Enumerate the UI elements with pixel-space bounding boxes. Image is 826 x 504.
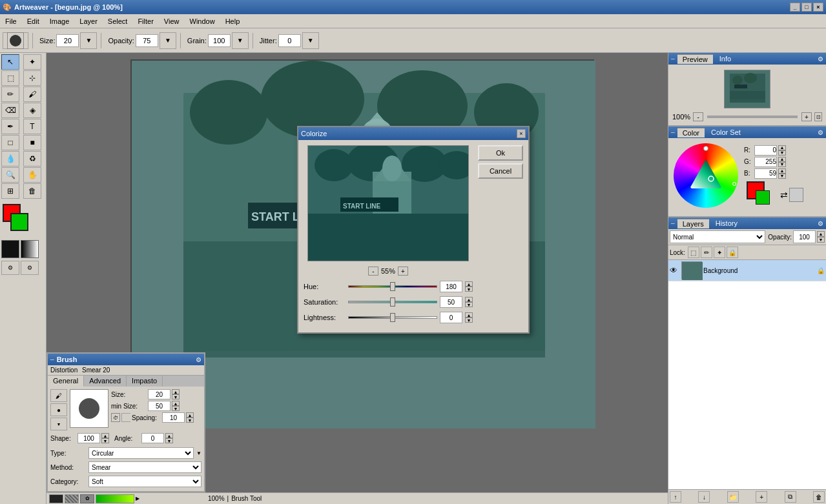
tab-history[interactable]: History	[710, 219, 743, 228]
saturation-up-button[interactable]: ▲	[465, 297, 473, 302]
minimize-button[interactable]: _	[790, 3, 800, 12]
jitter-dropdown-button[interactable]: ▼	[302, 32, 319, 49]
brush-pattern-2-button[interactable]	[65, 494, 79, 503]
size-down-button[interactable]: ▼	[172, 394, 180, 399]
tool-brush[interactable]: 🖌	[23, 86, 41, 102]
preview-panel-options-icon[interactable]: ⚙	[818, 55, 823, 63]
swap-colors-icon[interactable]: ⇄	[780, 190, 788, 200]
brush-type-btn-1[interactable]: 🖌	[50, 389, 67, 402]
size-up-button[interactable]: ▲	[172, 389, 180, 394]
lock-move-button[interactable]: ✦	[714, 247, 725, 258]
method-select[interactable]: Smear Normal Soft	[88, 461, 201, 473]
spacing-input[interactable]	[162, 412, 185, 423]
lightness-down-button[interactable]: ▼	[465, 318, 473, 323]
brush-type-dropdown[interactable]: ▼	[50, 418, 67, 430]
lightness-slider-container[interactable]	[348, 313, 437, 322]
gradient-button[interactable]	[21, 240, 39, 258]
tool-pen[interactable]: ✒	[1, 119, 19, 134]
opacity-up-button[interactable]: ▲	[817, 231, 825, 237]
copy-color-button[interactable]	[789, 188, 803, 202]
angle-down-button[interactable]: ▼	[165, 438, 173, 443]
color-panel-close-icon[interactable]: ─	[671, 130, 675, 136]
dialog-zoom-out-button[interactable]: -	[368, 267, 378, 276]
tool-transform[interactable]: ✦	[23, 54, 41, 70]
grain-input[interactable]	[208, 34, 231, 47]
shape-input[interactable]	[77, 433, 100, 443]
shape-up-button[interactable]: ▲	[101, 433, 109, 438]
tab-layers[interactable]: Layers	[677, 219, 709, 228]
brush-min-size-input[interactable]	[148, 401, 170, 411]
layer-duplicate-button[interactable]: ⧉	[785, 491, 796, 503]
hue-value-input[interactable]	[440, 281, 462, 292]
b-down-button[interactable]: ▼	[778, 174, 786, 179]
dialog-cancel-button[interactable]: Cancel	[478, 163, 523, 179]
menu-edit[interactable]: Edit	[22, 14, 45, 28]
size-dropdown-button[interactable]: ▼	[80, 32, 97, 49]
tool-zoom[interactable]: 🔍	[1, 167, 19, 183]
panel-close-icon[interactable]: ─	[671, 56, 675, 62]
spacing-down-button[interactable]: ▼	[186, 418, 194, 423]
tab-info[interactable]: Info	[714, 54, 736, 64]
shape-down-button[interactable]: ▼	[101, 438, 109, 443]
tab-color[interactable]: Color	[677, 128, 705, 137]
lightness-up-button[interactable]: ▲	[465, 312, 473, 318]
spacing-up-button[interactable]: ▲	[186, 412, 194, 418]
tool-text[interactable]: T	[23, 119, 41, 134]
tool-hand[interactable]: ✋	[23, 167, 41, 183]
saturation-value-input[interactable]	[440, 296, 462, 308]
tool-clone[interactable]: ♻	[23, 151, 41, 166]
tool-pencil[interactable]: ✏	[1, 86, 19, 102]
menu-filter[interactable]: Filter	[132, 14, 158, 28]
tool-bucket[interactable]: 🗑	[23, 183, 41, 199]
min-size-down-button[interactable]: ▼	[172, 406, 180, 411]
brush-gradient-display[interactable]	[96, 494, 134, 503]
angle-input[interactable]	[141, 433, 164, 443]
menu-file[interactable]: File	[0, 14, 22, 28]
saturation-slider-thumb[interactable]	[390, 297, 395, 307]
layer-next-button[interactable]: ↓	[698, 491, 710, 503]
zoom-in-button[interactable]: +	[801, 112, 812, 121]
hue-down-button[interactable]: ▼	[465, 287, 473, 292]
g-input[interactable]	[754, 157, 777, 167]
menu-select[interactable]: Select	[103, 14, 133, 28]
hue-slider-container[interactable]	[348, 282, 437, 291]
layers-panel-close-icon[interactable]: ─	[671, 221, 675, 227]
opacity-dropdown-button[interactable]: ▼	[160, 32, 176, 49]
layer-new-button[interactable]: +	[756, 491, 767, 503]
r-up-button[interactable]: ▲	[778, 145, 786, 150]
tool-eyedropper[interactable]: 💧	[1, 151, 19, 166]
g-up-button[interactable]: ▲	[778, 157, 786, 162]
b-up-button[interactable]: ▲	[778, 168, 786, 174]
min-size-up-button[interactable]: ▲	[172, 401, 180, 406]
color-wheel[interactable]	[674, 143, 738, 208]
layers-panel-options-icon[interactable]: ⚙	[818, 220, 823, 227]
hue-up-button[interactable]: ▲	[465, 281, 473, 287]
jitter-input[interactable]	[278, 34, 301, 47]
blend-mode-select[interactable]: Normal Multiply Screen	[670, 230, 765, 243]
menu-window[interactable]: Window	[185, 14, 220, 28]
type-select[interactable]: Circular Flat Custom	[88, 447, 194, 459]
g-down-button[interactable]: ▼	[778, 162, 786, 167]
tool-fill[interactable]: ◈	[23, 103, 41, 118]
brush-bottom-arrow[interactable]: ▶	[136, 496, 139, 501]
tool-shape-fill[interactable]: ■	[23, 135, 41, 150]
brush-timing-toggle[interactable]: ⏱	[111, 413, 120, 422]
tool-extra-2[interactable]: ⚙	[21, 261, 39, 275]
tool-grid[interactable]: ⊞	[1, 183, 19, 199]
lock-paint-button[interactable]: ✏	[701, 247, 712, 258]
brush-panel-minimize-icon[interactable]: ─	[50, 357, 54, 363]
lightness-value-input[interactable]	[440, 312, 462, 323]
tab-impasto[interactable]: Impasto	[127, 376, 163, 387]
pattern-button[interactable]	[1, 240, 19, 258]
lock-transparent-button[interactable]: ⬚	[688, 247, 699, 258]
grain-dropdown-button[interactable]: ▼	[232, 32, 249, 49]
zoom-slider-track[interactable]	[707, 116, 798, 118]
brush-pattern-3-button[interactable]: ✿	[80, 494, 94, 503]
brush-icon-button[interactable]	[3, 32, 28, 49]
layer-delete-button[interactable]: 🗑	[813, 491, 825, 503]
hue-slider-thumb[interactable]	[390, 282, 395, 291]
tab-general[interactable]: General	[48, 376, 84, 387]
brush-panel-options-icon[interactable]: ⚙	[196, 356, 201, 363]
brush-type-btn-2[interactable]: ●	[50, 403, 67, 416]
tool-select-arrow[interactable]: ↖	[1, 54, 19, 70]
